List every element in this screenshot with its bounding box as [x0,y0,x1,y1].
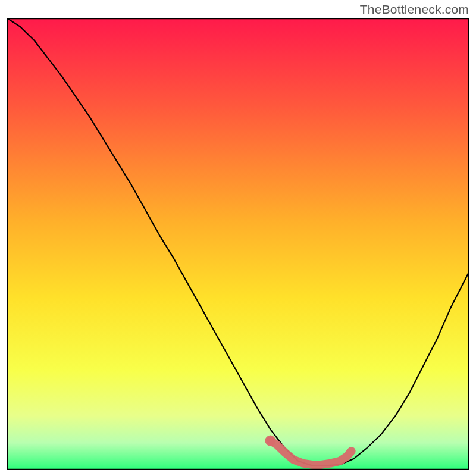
chart-container: TheBottleneck.com [0,0,476,476]
gradient-background [7,18,469,470]
selected-point [265,436,275,446]
chart-svg [7,18,469,470]
plot-area [7,18,469,470]
attribution-text: TheBottleneck.com [360,2,469,17]
